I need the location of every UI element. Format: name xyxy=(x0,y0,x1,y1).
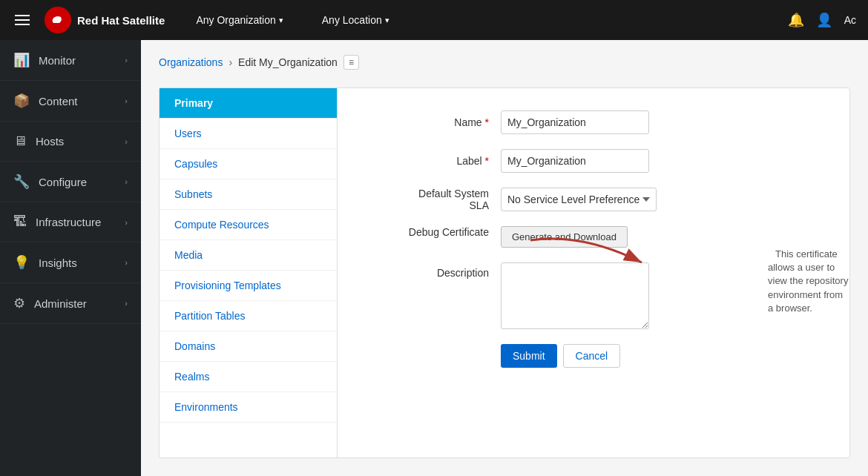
notification-icon[interactable]: 🔔 xyxy=(788,12,804,28)
content-chevron: › xyxy=(125,96,128,105)
topbar-right: 🔔 👤 Ac xyxy=(788,12,856,28)
monitor-icon: 📊 xyxy=(13,52,30,68)
location-dropdown-chevron: ▾ xyxy=(385,16,389,25)
monitor-chevron: › xyxy=(125,56,128,65)
left-nav-domains[interactable]: Domains xyxy=(160,331,337,362)
content-icon: 📦 xyxy=(13,93,30,109)
breadcrumb-current: Edit My_Organization xyxy=(238,56,338,68)
left-nav-compute-resources[interactable]: Compute Resources xyxy=(160,210,337,240)
description-label: Description xyxy=(367,262,501,279)
left-nav-provisioning-templates[interactable]: Provisioning Templates xyxy=(160,271,337,301)
breadcrumb-organizations-link[interactable]: Organizations xyxy=(159,56,223,68)
sidebar: 📊 Monitor › 📦 Content › 🖥 Hosts › 🔧 Conf… xyxy=(0,40,141,476)
breadcrumb: Organizations › Edit My_Organization ≡ xyxy=(159,55,850,70)
sla-label: Default SystemSLA xyxy=(367,188,501,211)
submit-button[interactable]: Submit xyxy=(501,344,557,368)
label-input[interactable] xyxy=(501,149,649,173)
edit-container: Primary Users Capsules Subnets Compute R… xyxy=(159,87,850,458)
topbar: Red Hat Satellite Any Organization ▾ Any… xyxy=(0,0,868,40)
sidebar-item-label: Hosts xyxy=(36,135,64,148)
sidebar-item-monitor[interactable]: 📊 Monitor › xyxy=(0,40,141,81)
configure-chevron: › xyxy=(125,177,128,186)
configure-icon: 🔧 xyxy=(13,173,30,190)
brand-logo: Red Hat Satellite xyxy=(45,7,165,33)
breadcrumb-menu-icon[interactable]: ≡ xyxy=(343,55,359,70)
sla-select[interactable]: No Service Level Preference Standard Pre… xyxy=(501,188,657,211)
label-label: Label xyxy=(367,155,501,167)
right-panel: Name Label Default SystemSLA No Service … xyxy=(338,88,849,457)
sidebar-item-label: Monitor xyxy=(39,54,76,67)
hosts-icon: 🖥 xyxy=(13,133,27,149)
description-row: Description xyxy=(367,262,820,329)
sidebar-item-content[interactable]: 📦 Content › xyxy=(0,81,141,122)
sidebar-item-label: Content xyxy=(39,95,78,108)
left-nav-subnets[interactable]: Subnets xyxy=(160,179,337,210)
sidebar-item-configure[interactable]: 🔧 Configure › xyxy=(0,162,141,202)
left-nav-primary[interactable]: Primary xyxy=(160,88,337,119)
administer-icon: ⚙ xyxy=(13,295,25,311)
org-dropdown[interactable]: Any Organization ▾ xyxy=(188,10,290,30)
account-label[interactable]: Ac xyxy=(844,14,856,26)
sidebar-item-label: Configure xyxy=(39,176,87,188)
insights-icon: 💡 xyxy=(13,254,30,271)
generate-download-button[interactable]: Generate and Download xyxy=(501,226,628,248)
sla-row: Default SystemSLA No Service Level Prefe… xyxy=(367,188,820,211)
debug-cert-label: Debug Certificate xyxy=(367,226,501,238)
sidebar-item-label: Insights xyxy=(39,257,77,269)
name-input[interactable] xyxy=(501,110,649,134)
debug-cert-row: Debug Certificate Generate and Download xyxy=(367,226,820,248)
infrastructure-icon: 🏗 xyxy=(13,214,27,230)
sidebar-item-label: Administer xyxy=(34,297,87,310)
hamburger-menu[interactable] xyxy=(12,12,33,28)
hosts-chevron: › xyxy=(125,137,128,146)
name-label: Name xyxy=(367,116,501,128)
debug-cert-help-text: This certificate allows a user to view t… xyxy=(768,248,848,314)
sidebar-item-hosts[interactable]: 🖥 Hosts › xyxy=(0,122,141,162)
left-nav-media[interactable]: Media xyxy=(160,240,337,271)
administer-chevron: › xyxy=(125,299,128,308)
left-nav-partition-tables[interactable]: Partition Tables xyxy=(160,301,337,331)
left-nav: Primary Users Capsules Subnets Compute R… xyxy=(160,88,338,457)
label-row: Label xyxy=(367,149,820,173)
location-dropdown[interactable]: Any Location ▾ xyxy=(315,10,397,30)
insights-chevron: › xyxy=(125,258,128,267)
name-row: Name xyxy=(367,110,820,134)
description-textarea[interactable] xyxy=(501,262,649,329)
sidebar-item-insights[interactable]: 💡 Insights › xyxy=(0,242,141,283)
cancel-button[interactable]: Cancel xyxy=(563,344,621,368)
sidebar-item-label: Infrastructure xyxy=(36,216,101,228)
sidebar-item-administer[interactable]: ⚙ Administer › xyxy=(0,283,141,324)
debug-cert-help-container: This certificate allows a user to view t… xyxy=(768,248,849,315)
brand-name: Red Hat Satellite xyxy=(77,14,165,27)
sidebar-item-infrastructure[interactable]: 🏗 Infrastructure › xyxy=(0,202,141,242)
left-nav-users[interactable]: Users xyxy=(160,119,337,149)
main-content: Organizations › Edit My_Organization ≡ P… xyxy=(141,40,868,476)
form-buttons: Submit Cancel xyxy=(367,344,820,368)
user-icon[interactable]: 👤 xyxy=(816,12,832,28)
breadcrumb-separator: › xyxy=(228,56,232,68)
infrastructure-chevron: › xyxy=(125,218,128,227)
org-dropdown-chevron: ▾ xyxy=(279,16,283,25)
left-nav-capsules[interactable]: Capsules xyxy=(160,149,337,179)
left-nav-realms[interactable]: Realms xyxy=(160,362,337,392)
left-nav-environments[interactable]: Environments xyxy=(160,392,337,423)
